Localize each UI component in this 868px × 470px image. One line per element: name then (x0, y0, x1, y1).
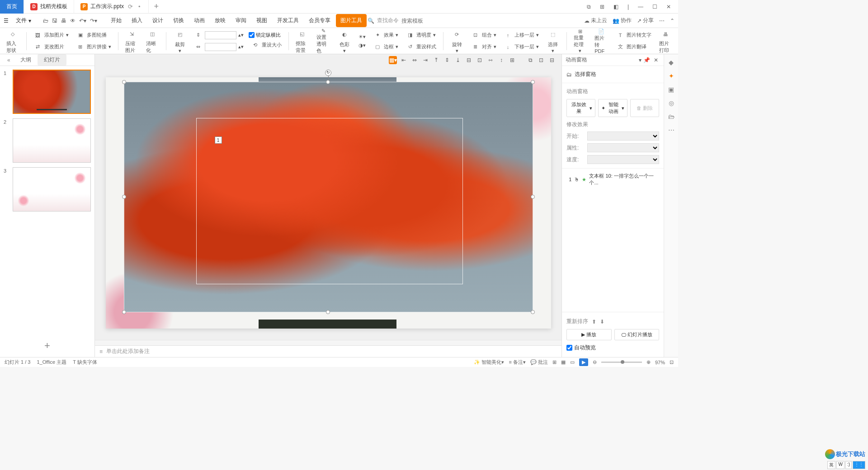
slide-canvas[interactable]: 1 (106, 77, 551, 329)
save-icon[interactable]: 🖫 (52, 18, 57, 24)
to-pdf-button[interactable]: 📄图片转PDF (592, 28, 611, 54)
search-input[interactable] (401, 18, 429, 24)
search-icon[interactable]: 🔍 (368, 18, 374, 24)
document-tab[interactable]: P 工作演示.pptx ⟳ • (74, 0, 149, 14)
align-left-icon[interactable]: ⇤ (400, 56, 408, 64)
multi-outline-button[interactable]: ▣多图轮播 (74, 30, 113, 41)
start-select[interactable] (587, 132, 659, 141)
equal-height-icon[interactable]: ↕ (497, 56, 505, 64)
align-top-icon[interactable]: ⤒ (432, 56, 440, 64)
combine-button[interactable]: ⊡组合▾ (469, 30, 499, 41)
animation-tag[interactable]: 1 (215, 136, 222, 144)
rotate-button[interactable]: ⟳旋转▾ (448, 28, 466, 54)
slide-item[interactable]: 3 (4, 167, 91, 212)
slide-thumb-3[interactable] (13, 167, 91, 212)
dot-icon[interactable]: • (137, 3, 142, 10)
pin-icon[interactable]: 📌 (642, 57, 652, 63)
restore-icon[interactable]: ⟳ (127, 3, 134, 10)
add-slide-button[interactable]: + (0, 334, 94, 357)
location-icon[interactable]: ◎ (669, 99, 674, 107)
play-button[interactable]: ▶ 播放 (566, 329, 612, 340)
align-button[interactable]: ≣对齐▾ (469, 42, 499, 52)
layout-gallery-icon[interactable]: ▦▾ (389, 56, 397, 64)
diamond-icon[interactable]: ◆ (669, 59, 674, 66)
fit-icon[interactable]: ⊡ (670, 359, 674, 365)
close-pane-icon[interactable]: ✕ (652, 57, 660, 63)
notes-bar[interactable]: ≡ 单击此处添加备注 (95, 345, 561, 357)
resize-handle[interactable] (122, 195, 126, 199)
add-effect-button[interactable]: 添加效果▾ (566, 99, 595, 117)
resize-handle[interactable] (122, 310, 126, 314)
share-button[interactable]: ↗ 分享 (637, 17, 654, 24)
more-icon[interactable]: ⋯ (659, 18, 665, 24)
equal-width-icon[interactable]: ⇿ (486, 56, 495, 64)
beautify-button[interactable]: ✨ 智能美化▾ (474, 359, 504, 366)
notes-toggle[interactable]: ≡ 备注▾ (509, 359, 525, 366)
zoom-in-icon[interactable]: ⊕ (646, 359, 651, 365)
menu-tab-view[interactable]: 视图 (252, 14, 272, 27)
animation-item[interactable]: 1 🖱 ★ 文本框 10: 一排字怎么一个一个... (566, 171, 659, 188)
align-center-icon[interactable]: ⇔ (410, 56, 419, 64)
menu-tab-review[interactable]: 审阅 (231, 14, 251, 27)
menu-tab-start[interactable]: 开始 (106, 14, 126, 27)
menu-tab-animation[interactable]: 动画 (189, 14, 209, 27)
duplicate-icon[interactable]: ⧉ (526, 56, 534, 64)
brightness-button[interactable]: ☀▾ (356, 33, 368, 41)
align-bottom-icon[interactable]: ⤓ (454, 56, 462, 64)
print-image-button[interactable]: 🖶图片打印 (656, 28, 675, 54)
to-text-button[interactable]: T图片转文字 (613, 30, 654, 41)
notes-placeholder[interactable]: 单击此处添加备注 (106, 348, 150, 355)
cloud-status[interactable]: ☁ 未上云 (584, 17, 607, 24)
move-down-icon[interactable]: ⬇ (600, 319, 604, 325)
resource-icon[interactable]: 🗁 (668, 113, 675, 120)
remove-bg-button[interactable]: ◱抠除背景 (293, 28, 311, 54)
collapse-panel-button[interactable]: « (4, 55, 14, 65)
attr-select[interactable] (587, 143, 659, 152)
align-right-icon[interactable]: ⇥ (421, 56, 429, 64)
layout-icon[interactable]: ⧉ (584, 2, 594, 12)
horizontal-scrollbar[interactable] (95, 340, 561, 345)
contrast-button[interactable]: ◑▾ (356, 42, 368, 49)
template-tab[interactable]: D 找稻壳模板 (24, 0, 74, 14)
move-up-button[interactable]: ↑上移一层▾ (501, 30, 541, 41)
zoom-slider[interactable] (601, 362, 642, 363)
zoom-out-icon[interactable]: ⊖ (593, 359, 597, 365)
panel-icon[interactable]: ▣ (668, 86, 674, 93)
smart-animation-button[interactable]: ✦智能动画▾ (598, 99, 627, 117)
resize-handle[interactable] (531, 195, 535, 199)
menu-tab-design[interactable]: 设计 (148, 14, 168, 27)
slide-thumb-2[interactable] (13, 118, 91, 163)
slide-item[interactable]: 1 ★ (4, 70, 91, 114)
menu-tab-picture-tools[interactable]: 图片工具 (336, 14, 367, 27)
reading-view-icon[interactable]: ▭ (570, 359, 575, 365)
menu-tab-slideshow[interactable]: 放映 (210, 14, 230, 27)
slideshow-button[interactable]: 🖵 幻灯片播放 (614, 329, 660, 340)
slide-counter[interactable]: 幻灯片 1 / 3 (5, 359, 30, 366)
hamburger-icon[interactable]: ☰ (4, 18, 9, 24)
add-tab-button[interactable]: + (149, 2, 165, 11)
image-puzzle-button[interactable]: ⊞图片拼接▾ (74, 42, 113, 52)
home-tab[interactable]: 首页 (0, 0, 24, 14)
chevron-up-icon[interactable]: ⌃ (670, 18, 675, 24)
color-button[interactable]: ◐色彩▾ (335, 28, 354, 54)
canvas-viewport[interactable]: 1 (95, 66, 561, 340)
menu-tab-member[interactable]: 会员专享 (304, 14, 335, 27)
select-button[interactable]: ⬚选择▾ (544, 28, 562, 54)
comments-toggle[interactable]: 💬 批注 (530, 359, 548, 366)
sorter-view-icon[interactable]: ▦ (561, 359, 566, 365)
print-icon[interactable]: 🖶 (61, 18, 66, 24)
resize-handle[interactable] (122, 80, 126, 84)
move-up-icon[interactable]: ⬆ (592, 319, 596, 325)
reset-size-button[interactable]: ⟲重设大小 (249, 39, 284, 50)
undo-icon[interactable]: ↶▾ (79, 18, 86, 24)
slide-item[interactable]: 2 (4, 118, 91, 163)
maximize-button[interactable]: ☐ (650, 2, 660, 12)
grid-icon[interactable]: ⊞ (597, 2, 607, 12)
outline-tab[interactable]: 大纲 (14, 54, 38, 66)
compress-button[interactable]: ⇲压缩图片 (123, 28, 141, 54)
crop-button[interactable]: ◰裁剪▾ (171, 28, 189, 54)
distribute-v-icon[interactable]: ⊡ (476, 56, 484, 64)
change-image-button[interactable]: ⇄更改图片 (31, 42, 71, 52)
select-pane-link[interactable]: 🗂 选择窗格 (566, 69, 659, 80)
border-button[interactable]: ▢边框▾ (371, 42, 401, 52)
